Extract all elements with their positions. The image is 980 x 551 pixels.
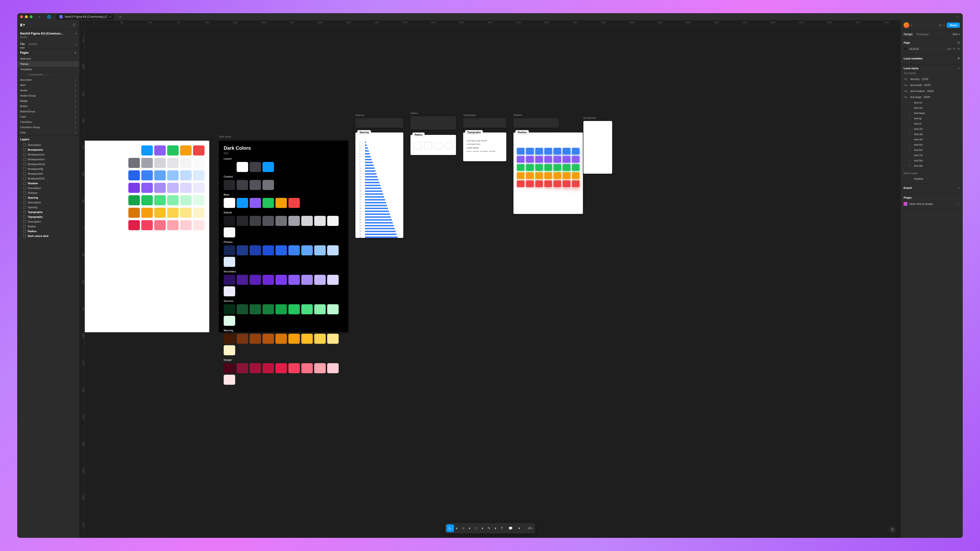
color-swatch[interactable]	[154, 208, 166, 218]
color-swatch[interactable]	[275, 275, 287, 285]
layer-item[interactable]: Typography	[17, 210, 79, 214]
color-swatch[interactable]	[250, 162, 261, 172]
text-style-group[interactable]: ▸text-lg	[904, 116, 960, 121]
color-swatch[interactable]	[224, 334, 235, 344]
page-item[interactable]: Templates	[17, 67, 79, 72]
artboard-spacing[interactable]: Spacing 12345678910111213141516171819202…	[355, 132, 403, 238]
text-style-item[interactable]: Agtext-tiny · 12/16	[904, 76, 960, 82]
color-swatch[interactable]	[224, 316, 235, 326]
tab-design[interactable]: Design	[904, 30, 912, 38]
shadow-swatch[interactable]	[517, 156, 525, 162]
color-swatch[interactable]	[237, 363, 248, 373]
shadow-swatch[interactable]	[563, 156, 570, 162]
color-swatch[interactable]	[262, 334, 274, 344]
help-button[interactable]: ?	[889, 526, 896, 533]
shadow-swatch[interactable]	[572, 180, 579, 187]
color-swatch[interactable]	[275, 216, 287, 226]
shadow-swatch[interactable]	[554, 172, 561, 179]
color-swatch[interactable]	[301, 334, 313, 344]
actions-tool-icon[interactable]: ✦	[515, 524, 523, 532]
color-swatch[interactable]	[141, 145, 153, 156]
color-swatch[interactable]	[167, 208, 179, 218]
layer-item[interactable]: Typography	[17, 214, 79, 219]
color-swatch[interactable]	[224, 216, 235, 226]
layer-item[interactable]: Breakpoint/sm	[17, 157, 79, 162]
globe-icon[interactable]: 🌐	[46, 14, 52, 20]
color-swatch[interactable]	[327, 304, 339, 314]
page-item[interactable]: Button◇	[17, 104, 79, 109]
shadow-swatch[interactable]	[535, 148, 543, 154]
text-style-group[interactable]: ▸text-xl	[904, 121, 960, 126]
layer-item[interactable]: Shadow	[17, 181, 79, 186]
page-item[interactable]: Alert◇	[17, 83, 79, 88]
page-color-row[interactable]: 1E1E1E 100 % 👁	[904, 46, 960, 52]
color-swatch[interactable]	[262, 275, 274, 285]
color-swatch[interactable]	[314, 245, 326, 255]
color-swatch[interactable]	[180, 170, 192, 180]
color-swatch[interactable]	[128, 208, 140, 218]
color-swatch[interactable]	[237, 216, 248, 226]
overflow-menu-icon[interactable]: ⋯	[956, 14, 960, 19]
shadow-swatch[interactable]	[563, 172, 570, 179]
artboard-shadow[interactable]: Shadow	[514, 132, 583, 214]
layer-item[interactable]: Breakpoints	[17, 147, 79, 152]
color-swatch[interactable]	[237, 198, 248, 208]
color-swatch[interactable]	[224, 257, 235, 267]
shadow-swatch[interactable]	[535, 156, 543, 162]
color-swatch[interactable]	[327, 245, 339, 255]
page-item[interactable]: Badge◇	[17, 98, 79, 104]
shape-chevron-icon[interactable]: ▾	[481, 524, 484, 532]
color-swatch[interactable]	[180, 208, 192, 218]
artboard-typography[interactable]: Typography Lorem ipsum dolor sit amet Lo…	[463, 132, 506, 161]
figma-logo-icon[interactable]: ◧▾	[20, 22, 25, 27]
rectangle-tool-icon[interactable]: □	[472, 524, 480, 532]
text-style-group[interactable]: ▸text-6xl	[904, 147, 960, 153]
color-swatch[interactable]	[288, 216, 300, 226]
close-window-icon[interactable]	[20, 15, 23, 18]
color-swatch[interactable]	[154, 158, 166, 168]
minimize-window-icon[interactable]	[25, 15, 28, 18]
plugin-row[interactable]: Open html.to.design —	[904, 201, 960, 207]
color-swatch[interactable]	[262, 304, 274, 314]
color-swatch[interactable]	[327, 363, 339, 373]
color-swatch[interactable]	[167, 220, 179, 230]
color-swatch[interactable]	[288, 245, 300, 255]
shadow-swatch[interactable]	[517, 172, 525, 179]
page-item[interactable]: Accordion◇	[17, 77, 79, 83]
tab-file[interactable]: File	[20, 40, 25, 48]
color-swatch[interactable]	[327, 216, 339, 226]
color-swatch[interactable]	[314, 304, 326, 314]
shadow-swatch[interactable]	[572, 156, 579, 162]
color-swatch[interactable]	[237, 304, 248, 314]
color-swatch[interactable]	[224, 286, 235, 296]
shadow-swatch[interactable]	[535, 172, 543, 179]
color-swatch[interactable]	[224, 345, 235, 355]
color-swatch[interactable]	[314, 334, 326, 344]
text-style-group[interactable]: ▸text-2xl	[904, 126, 960, 132]
artboard-radius[interactable]: Radius	[410, 135, 456, 155]
color-swatch[interactable]	[141, 220, 153, 230]
artboard-breakpoints[interactable]	[584, 121, 612, 174]
shadow-swatch[interactable]	[572, 148, 579, 154]
color-swatch[interactable]	[154, 183, 166, 193]
shadow-swatch[interactable]	[544, 164, 552, 171]
artboard-shadow-desc[interactable]	[514, 118, 559, 128]
color-swatch[interactable]	[275, 198, 287, 208]
color-swatch[interactable]	[301, 304, 313, 314]
shadow-swatch[interactable]	[554, 148, 561, 154]
text-tool-icon[interactable]: T	[498, 524, 506, 532]
color-swatch[interactable]	[250, 245, 261, 255]
text-style-item[interactable]: Agtext-large · 18/28	[904, 94, 960, 100]
shadow-swatch[interactable]	[563, 180, 570, 187]
page-item[interactable]: Card◇	[17, 114, 79, 119]
layer-item[interactable]: Description	[17, 200, 79, 205]
layer-item[interactable]: Radius	[17, 224, 79, 229]
file-title-row[interactable]: NextUI Figma Kit (Commun... ▾	[17, 29, 79, 36]
color-swatch[interactable]	[237, 245, 248, 255]
color-swatch[interactable]	[154, 170, 166, 180]
layer-item[interactable]: Breakpoint/md	[17, 162, 79, 167]
color-swatch[interactable]	[180, 158, 192, 168]
text-style-group[interactable]: ▸text-xs	[904, 100, 960, 105]
page-item[interactable]: Checkbox Group◇	[17, 124, 79, 130]
text-style-item[interactable]: Agtext-medium · 16/24	[904, 88, 960, 94]
